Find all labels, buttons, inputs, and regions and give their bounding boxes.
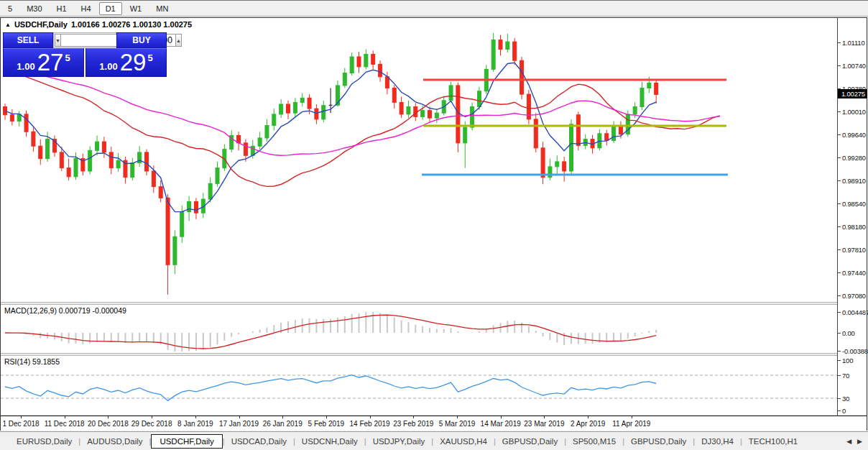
- volume-stepper: ▼ ▲: [53, 32, 116, 48]
- rsi-axis-label-tick: [838, 360, 841, 361]
- chart-title: ▲ USDCHF,Daily 1.00166 1.00276 1.00130 1…: [5, 20, 192, 29]
- price-axis-label-tick: [838, 111, 841, 112]
- price-axis-label-tick: [838, 272, 841, 273]
- timeframe-button-MN[interactable]: MN: [149, 3, 175, 14]
- buy-price-tile[interactable]: 1.00 29 5: [86, 48, 167, 77]
- price-axis-label-tick: [838, 226, 841, 227]
- pane-splitter-rsi[interactable]: [1, 353, 867, 356]
- timeframe-button-5[interactable]: 5: [1, 3, 19, 14]
- price-axis-label: 1.00740: [842, 62, 866, 70]
- price-axis-label-tick: [838, 134, 841, 135]
- date-label: 8 Jan 2019: [177, 420, 213, 428]
- tab-scroll-controls: ◀ ▶: [846, 438, 868, 445]
- timeframe-button-D1[interactable]: D1: [99, 2, 122, 15]
- macd-axis-label: 0.00: [842, 329, 855, 337]
- date-label: 29 Dec 2018: [131, 420, 172, 428]
- date-tick: [413, 416, 414, 418]
- rsi-axis-label-tick: [838, 398, 841, 399]
- price-axis-label-tick: [838, 249, 841, 250]
- chart-tab-xauusd-h4[interactable]: XAUUSD,H4: [433, 435, 494, 448]
- volume-increase-icon[interactable]: ▲: [175, 34, 182, 47]
- price-axis-label: 0.98910: [842, 177, 866, 185]
- date-label: 23 Feb 2019: [393, 420, 433, 428]
- collapse-arrow-icon[interactable]: ▲: [5, 22, 11, 28]
- pane-splitter-macd[interactable]: [1, 302, 867, 305]
- date-tick: [632, 416, 632, 418]
- chart-tab-bar: EURUSD,Daily|AUDUSD,Daily|USDCHF,Daily|U…: [0, 431, 868, 450]
- date-label: 2 Apr 2019: [571, 420, 605, 428]
- rsi-axis-label: 70: [842, 372, 849, 380]
- sell-button[interactable]: SELL: [3, 32, 53, 48]
- date-tick: [195, 416, 196, 418]
- sell-price-pips: 27: [37, 50, 64, 75]
- date-tick: [239, 416, 240, 418]
- chart-tab-gbpusd-daily[interactable]: GBPUSD,Daily: [496, 435, 564, 448]
- date-axis[interactable]: 1 Dec 201811 Dec 201820 Dec 201829 Dec 2…: [1, 415, 867, 431]
- sell-price-point: 5: [65, 52, 70, 63]
- chart-tab-usdcad-daily[interactable]: USDCAD,Daily: [225, 435, 293, 448]
- price-axis-label-tick: [838, 295, 841, 296]
- macd-indicator-label: MACD(12,26,9) 0.000719 -0.000049: [4, 306, 126, 315]
- chart-tab-usdcnh-daily[interactable]: USDCNH,Daily: [295, 435, 364, 448]
- buy-button[interactable]: BUY: [116, 32, 167, 48]
- buy-price-pips: 29: [120, 50, 147, 75]
- sell-price-figure: 1.00: [17, 61, 34, 72]
- rsi-axis-label: 0: [842, 407, 846, 415]
- date-label: 17 Jan 2019: [219, 420, 259, 428]
- price-axis-label: 0.99280: [842, 154, 866, 162]
- macd-axis-label-tick: [838, 351, 841, 352]
- timeframe-toolbar: 5M30H1H4D1W1MN: [0, 0, 868, 17]
- tab-scroll-left-icon[interactable]: ◀: [846, 438, 851, 445]
- timeframe-button-H1[interactable]: H1: [50, 3, 73, 14]
- rsi-axis-label: 100: [842, 357, 853, 364]
- date-label: 23 Mar 2019: [524, 420, 564, 428]
- date-label: 26 Jan 2019: [263, 420, 303, 428]
- price-axis-label-tick: [838, 180, 841, 181]
- chart-tab-usdjpy-daily[interactable]: USDJPY,Daily: [366, 435, 432, 448]
- date-tick: [108, 416, 108, 418]
- chart-tab-audusd-daily[interactable]: AUDUSD,Daily: [80, 435, 149, 448]
- date-tick: [588, 416, 588, 418]
- chart-tab-usdchf-daily[interactable]: USDCHF,Daily: [151, 434, 222, 449]
- buy-price-point: 5: [147, 52, 152, 63]
- chart-tab-eurusd-daily[interactable]: EURUSD,Daily: [10, 435, 78, 448]
- date-label: 5 Feb 2019: [308, 420, 345, 428]
- price-chart[interactable]: [1, 18, 837, 415]
- sell-price-tile[interactable]: 1.00 27 5: [3, 48, 84, 77]
- timeframe-button-H4[interactable]: H4: [75, 3, 98, 14]
- macd-axis-label-tick: [838, 312, 841, 313]
- rsi-axis-label: 30: [842, 395, 849, 403]
- price-axis-label-tick: [838, 88, 841, 89]
- chart-symbol-label: USDCHF,Daily: [14, 20, 68, 29]
- price-axis-label: 0.98180: [842, 223, 866, 231]
- price-axis[interactable]: 1.00275 1.011101.007401.003801.000100.99…: [837, 18, 867, 415]
- chart-tab-sp500-m15[interactable]: SP500,M15: [566, 435, 622, 448]
- rsi-indicator-label: RSI(14) 59.1855: [4, 357, 60, 366]
- chart-tab-dj30-h4[interactable]: DJ30,H4: [695, 435, 740, 448]
- tab-scroll-right-icon[interactable]: ▶: [857, 438, 862, 445]
- price-axis-label-tick: [838, 203, 841, 204]
- date-label: 1 Dec 2018: [2, 420, 39, 428]
- price-axis-label: 1.00380: [842, 85, 866, 93]
- chart-window: ▲ USDCHF,Daily 1.00166 1.00276 1.00130 1…: [0, 17, 867, 431]
- price-axis-label: 1.00010: [842, 108, 866, 116]
- date-tick: [370, 416, 371, 418]
- volume-decrease-icon[interactable]: ▼: [55, 34, 61, 47]
- price-axis-label-tick: [838, 42, 841, 43]
- price-axis-label: 0.97080: [842, 292, 866, 300]
- date-label: 20 Dec 2018: [88, 420, 129, 428]
- date-label: 11 Dec 2018: [45, 420, 85, 428]
- timeframe-button-W1[interactable]: W1: [124, 3, 149, 14]
- macd-axis-label: 0.004487: [842, 308, 868, 316]
- date-tick: [457, 416, 458, 418]
- date-label: 11 Apr 2019: [612, 420, 650, 428]
- timeframe-button-M30[interactable]: M30: [20, 3, 48, 14]
- date-label: 5 Mar 2019: [439, 420, 476, 428]
- date-tick: [544, 416, 545, 418]
- macd-axis-label-tick: [838, 333, 841, 334]
- date-tick: [65, 416, 65, 418]
- chart-tab-tech100-h1[interactable]: TECH100,H1: [742, 435, 804, 448]
- date-tick: [152, 416, 152, 418]
- rsi-axis-label-tick: [838, 375, 841, 376]
- chart-tab-gbpusd-daily[interactable]: GBPUSD,Daily: [624, 435, 693, 448]
